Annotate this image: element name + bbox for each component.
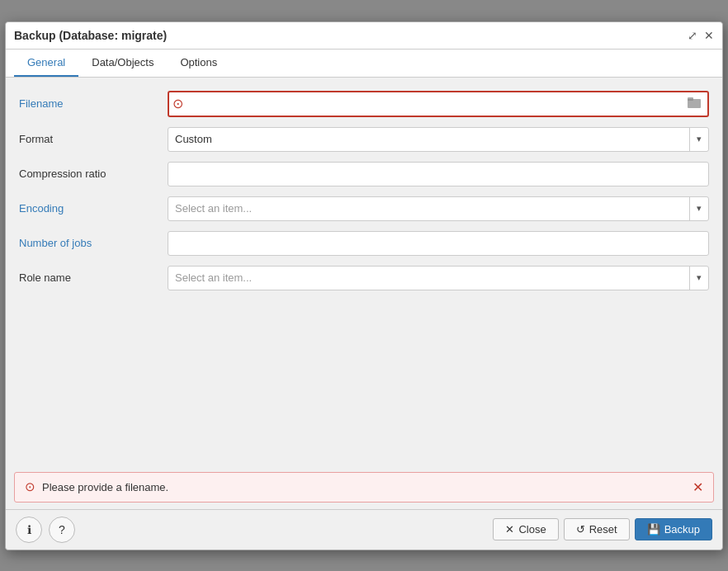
form-area: Filename ⊙ Format Custom	[6, 78, 722, 465]
rolename-row: Role name Select an item... ▾	[6, 261, 722, 295]
error-bar-left: ⊙ Please provide a filename.	[25, 479, 168, 494]
encoding-placeholder: Select an item...	[168, 196, 689, 221]
filename-label: Filename	[19, 97, 168, 110]
compression-label: Compression ratio	[19, 168, 168, 180]
filename-input[interactable]	[187, 92, 684, 116]
tab-bar: General Data/Objects Options	[6, 50, 722, 78]
footer-right: ✕ Close ↺ Reset 💾 Backup	[493, 518, 712, 540]
footer-left: ℹ ?	[16, 517, 75, 543]
error-bar: ⊙ Please provide a filename. ✕	[14, 472, 714, 503]
error-bar-message: Please provide a filename.	[42, 481, 168, 493]
filename-error-icon: ⊙	[173, 96, 183, 111]
compression-row: Compression ratio	[6, 157, 722, 191]
encoding-select[interactable]: Select an item... ▾	[168, 196, 709, 221]
jobs-input[interactable]	[168, 231, 709, 256]
help-icon: ?	[59, 523, 65, 536]
encoding-row: Encoding Select an item... ▾	[6, 191, 722, 226]
info-icon: ℹ	[27, 523, 31, 536]
reset-label: Reset	[589, 523, 617, 536]
tab-general[interactable]: General	[14, 50, 78, 77]
compression-input[interactable]	[168, 162, 709, 186]
error-bar-icon: ⊙	[25, 479, 35, 494]
close-button[interactable]: ✕ Close	[493, 518, 558, 540]
format-label: Format	[19, 133, 168, 145]
rolename-label: Role name	[19, 271, 168, 284]
title-bar: Backup (Database: migrate) ⤢ ✕	[6, 22, 722, 50]
form-content: Filename ⊙ Format Custom	[6, 86, 722, 457]
tab-options[interactable]: Options	[167, 50, 230, 77]
dialog-title: Backup (Database: migrate)	[14, 29, 167, 42]
browse-button[interactable]	[684, 95, 704, 112]
rolename-select[interactable]: Select an item... ▾	[168, 266, 709, 290]
title-bar-controls: ⤢ ✕	[688, 29, 714, 42]
backup-label: Backup	[664, 523, 700, 536]
info-button[interactable]: ℹ	[16, 517, 42, 543]
rolename-dropdown-arrow[interactable]: ▾	[690, 272, 708, 283]
format-select[interactable]: Custom ▾	[168, 127, 709, 152]
encoding-dropdown-arrow[interactable]: ▾	[690, 203, 708, 214]
format-value: Custom	[168, 127, 689, 152]
backup-button[interactable]: 💾 Backup	[635, 518, 712, 540]
reset-icon: ↺	[576, 523, 585, 536]
filename-row: Filename ⊙	[6, 86, 722, 122]
reset-button[interactable]: ↺ Reset	[564, 518, 630, 540]
close-label: Close	[518, 523, 546, 536]
format-dropdown-arrow[interactable]: ▾	[690, 134, 708, 144]
folder-icon	[688, 97, 701, 108]
svg-rect-1	[688, 97, 693, 101]
backup-dialog: Backup (Database: migrate) ⤢ ✕ General D…	[5, 21, 723, 550]
close-icon[interactable]: ✕	[704, 29, 714, 42]
filename-wrapper: ⊙	[168, 91, 709, 117]
error-bar-close-button[interactable]: ✕	[693, 479, 703, 495]
footer: ℹ ? ✕ Close ↺ Reset 💾 Backup	[6, 509, 722, 550]
jobs-row: Number of jobs	[6, 226, 722, 261]
backup-icon: 💾	[647, 523, 660, 536]
format-row: Format Custom ▾	[6, 122, 722, 157]
encoding-label: Encoding	[19, 202, 168, 215]
tab-data-objects[interactable]: Data/Objects	[78, 50, 167, 77]
help-button[interactable]: ?	[49, 517, 75, 543]
close-x-icon: ✕	[505, 523, 514, 536]
jobs-label: Number of jobs	[19, 237, 168, 249]
expand-icon[interactable]: ⤢	[688, 29, 697, 42]
rolename-placeholder: Select an item...	[168, 266, 689, 290]
